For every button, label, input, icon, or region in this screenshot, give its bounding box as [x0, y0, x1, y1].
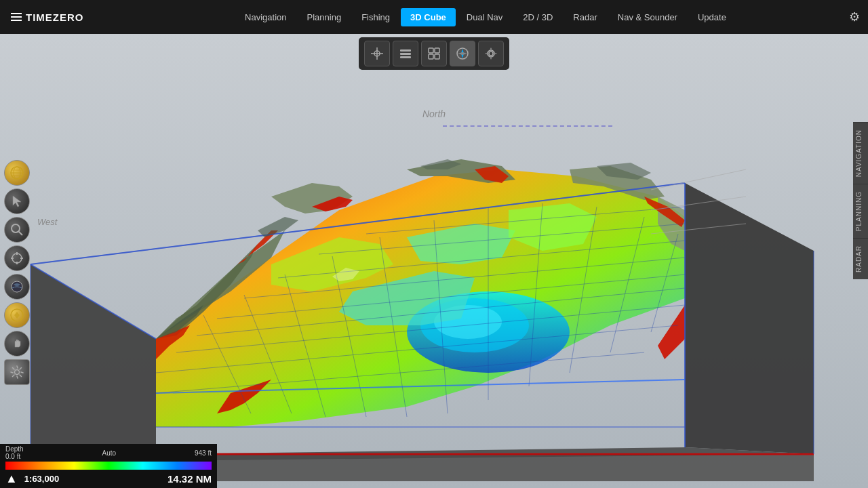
- svg-rect-8: [429, 54, 433, 59]
- svg-point-82: [12, 253, 22, 263]
- app-logo: TIMEZERO: [0, 12, 122, 23]
- depth-color-bar: [5, 462, 212, 470]
- nav-tabs: Navigation Planning Fishing 3D Cube Dual…: [122, 8, 849, 26]
- svg-rect-6: [429, 48, 433, 53]
- svg-rect-3: [400, 49, 411, 52]
- hand-button[interactable]: [4, 331, 30, 357]
- depth-min: 0.0 ft: [5, 453, 20, 460]
- route-button[interactable]: [4, 302, 30, 328]
- svg-point-11: [489, 52, 493, 56]
- north-dashed-line: [443, 125, 612, 127]
- right-tab-radar[interactable]: RADAR: [853, 238, 868, 279]
- tab-2d3d[interactable]: 2D / 3D: [513, 8, 562, 26]
- chart-button[interactable]: [421, 41, 447, 66]
- bottom-status-bar: Depth 0.0 ft Auto 943 ft ▲ 1:63,000 14.3…: [0, 444, 217, 488]
- svg-point-80: [12, 224, 20, 232]
- svg-rect-4: [400, 53, 411, 55]
- svg-line-81: [19, 232, 23, 236]
- tab-planning[interactable]: Planning: [298, 8, 351, 26]
- settings-gear-icon[interactable]: ⚙: [849, 9, 860, 24]
- right-tabs: NAVIGATION PLANNING RADAR: [853, 122, 868, 279]
- depth-label: Depth 0.0 ft: [5, 445, 24, 460]
- tab-radar[interactable]: Radar: [564, 8, 606, 26]
- tab-dualnav[interactable]: Dual Nav: [457, 8, 512, 26]
- svg-line-72: [651, 169, 746, 190]
- tab-navsounder[interactable]: Nav & Sounder: [608, 8, 687, 26]
- tab-navigation[interactable]: Navigation: [235, 8, 296, 26]
- svg-point-89: [15, 370, 20, 375]
- west-label: West: [37, 217, 57, 227]
- pan-button[interactable]: [4, 245, 30, 271]
- svg-marker-15: [685, 183, 814, 454]
- depth-bar: Depth 0.0 ft Auto 943 ft: [0, 444, 217, 462]
- depth-title: Depth: [5, 445, 24, 453]
- auto-label: Auto: [29, 449, 189, 457]
- globe2-button[interactable]: [4, 274, 30, 300]
- config-button[interactable]: [4, 359, 30, 385]
- tab-3dcube[interactable]: 3D Cube: [401, 8, 456, 26]
- svg-rect-7: [435, 48, 439, 53]
- svg-marker-14: [31, 264, 156, 461]
- crosshair-button[interactable]: [364, 41, 390, 66]
- magnify-button[interactable]: [4, 217, 30, 243]
- svg-rect-5: [400, 56, 411, 58]
- tab-fishing[interactable]: Fishing: [352, 8, 399, 26]
- north-label: North: [422, 108, 446, 119]
- gear-button[interactable]: [478, 41, 504, 66]
- compass-icon: ▲: [5, 472, 18, 486]
- hamburger-icon[interactable]: [11, 13, 22, 21]
- terrain-visualization[interactable]: [0, 34, 868, 488]
- app-title: TIMEZERO: [26, 12, 84, 23]
- depth-max: 943 ft: [195, 449, 212, 457]
- cursor-button[interactable]: [4, 188, 30, 214]
- layers-button[interactable]: [393, 41, 418, 66]
- right-tab-navigation[interactable]: NAVIGATION: [853, 122, 868, 184]
- compass-button[interactable]: [450, 41, 475, 66]
- left-toolbar: [0, 156, 34, 389]
- main-view: North West: [0, 34, 868, 488]
- globe-button[interactable]: [4, 160, 30, 186]
- scale-row: ▲ 1:63,000 14.32 NM: [0, 470, 217, 488]
- main-toolbar: [359, 37, 509, 70]
- svg-rect-9: [435, 54, 439, 59]
- tab-update[interactable]: Update: [688, 8, 736, 26]
- top-bar: TIMEZERO Navigation Planning Fishing 3D …: [0, 0, 868, 34]
- right-tab-planning[interactable]: PLANNING: [853, 184, 868, 238]
- distance-text: 14.32 NM: [167, 473, 212, 485]
- scale-text: 1:63,000: [24, 474, 59, 484]
